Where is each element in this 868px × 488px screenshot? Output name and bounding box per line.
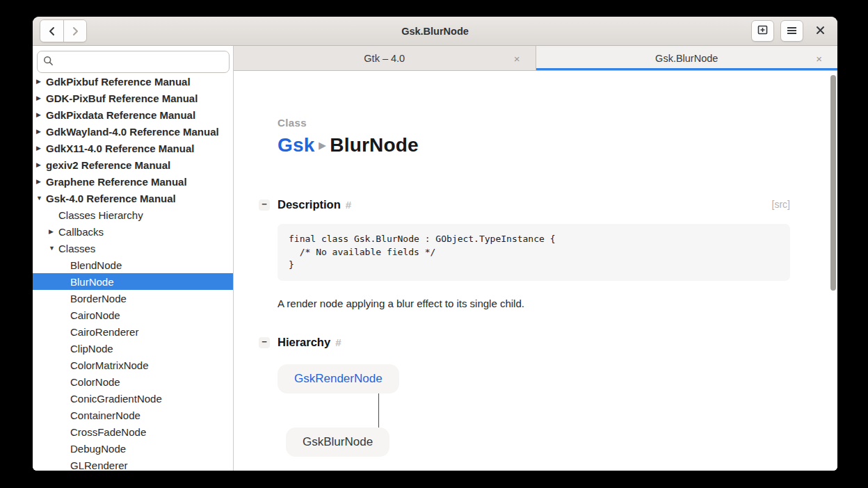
sidebar-item-graphene-reference-manual[interactable]: ▶Graphene Reference Manual: [33, 173, 233, 190]
vertical-scrollbar[interactable]: [830, 75, 836, 291]
sidebar-item-blendnode[interactable]: BlendNode: [33, 257, 233, 273]
sidebar-item-label: Gsk-4.0 Reference Manual: [46, 193, 176, 204]
sidebar-item-gdkpixbuf-reference-manual[interactable]: ▶GdkPixbuf Reference Manual: [33, 73, 233, 90]
sidebar-item-label: Classes Hierarchy: [58, 209, 143, 221]
tab-gtk-4-0[interactable]: Gtk – 4.0 ×: [234, 46, 536, 70]
section-title: Hierarchy: [278, 336, 330, 349]
hierarchy-connector: [378, 393, 379, 428]
search-input[interactable]: [54, 56, 223, 67]
expander-collapsed-icon[interactable]: ▶: [36, 145, 46, 152]
right-pane: Gtk – 4.0 × Gsk.BlurNode × Class Gsk▸Blu…: [234, 46, 837, 471]
class-name: BlurNode: [330, 134, 419, 156]
book-tree: ▶GdkPixbuf Reference Manual▶GDK-PixBuf R…: [33, 73, 233, 471]
anchor-link-icon[interactable]: #: [335, 336, 341, 348]
document-view: Class Gsk▸BlurNode − Description # [src]…: [234, 71, 837, 471]
tab-label: Gsk.BlurNode: [655, 53, 718, 64]
sidebar-item-blurnode[interactable]: BlurNode: [33, 273, 233, 290]
class-declaration-code: final class Gsk.BlurNode : GObject.TypeI…: [278, 224, 790, 281]
sidebar-item-clipnode[interactable]: ClipNode: [33, 340, 233, 357]
anchor-link-icon[interactable]: #: [346, 199, 351, 211]
sidebar-item-debugnode[interactable]: DebugNode: [33, 440, 233, 457]
sidebar-item-label: BlendNode: [70, 259, 122, 271]
titlebar-actions: [751, 20, 830, 42]
expander-collapsed-icon[interactable]: ▶: [36, 129, 46, 135]
page-title: Gsk▸BlurNode: [278, 134, 790, 156]
hierarchy-node-child: GskBlurNode: [286, 428, 389, 457]
collapse-toggle[interactable]: −: [259, 337, 270, 348]
description-text: A render node applying a blur effect to …: [278, 298, 790, 309]
src-link[interactable]: [src]: [772, 199, 790, 210]
new-tab-icon: [757, 24, 769, 38]
tab-close-icon[interactable]: ×: [816, 53, 822, 63]
sidebar-item-caironode[interactable]: CairoNode: [33, 307, 233, 323]
sidebar-item-label: CairoRenderer: [70, 326, 138, 338]
sidebar-item-gdkpixdata-reference-manual[interactable]: ▶GdkPixdata Reference Manual: [33, 106, 233, 123]
sidebar-item-label: GDK-PixBuf Reference Manual: [46, 92, 198, 104]
class-kicker: Class: [278, 117, 790, 129]
chevron-left-icon: [47, 26, 57, 36]
sidebar-item-crossfadenode[interactable]: CrossFadeNode: [33, 423, 233, 440]
sidebar-item-cairorenderer[interactable]: CairoRenderer: [33, 323, 233, 340]
sidebar-item-colormatrixnode[interactable]: ColorMatrixNode: [33, 357, 233, 373]
window-title: Gsk.BlurNode: [33, 26, 837, 37]
hierarchy-diagram: GskRenderNode GskBlurNode: [278, 364, 790, 457]
expander-collapsed-icon[interactable]: ▶: [36, 79, 46, 85]
collapse-toggle[interactable]: −: [259, 200, 270, 211]
parent-class-link[interactable]: GskRenderNode: [294, 372, 383, 385]
sidebar-item-conicgradientnode[interactable]: ConicGradientNode: [33, 390, 233, 407]
expander-collapsed-icon[interactable]: ▶: [49, 229, 58, 235]
tab-gsk-blurnode[interactable]: Gsk.BlurNode ×: [536, 46, 838, 70]
chevron-right-icon: [70, 26, 80, 36]
forward-button[interactable]: [63, 20, 86, 42]
sidebar-item-label: ContainerNode: [70, 409, 140, 421]
section-hierarchy: − Hierarchy # GskRenderNode GskBlurNode: [278, 336, 790, 457]
namespace-link[interactable]: Gsk: [278, 134, 315, 156]
expander-expanded-icon[interactable]: ▼: [36, 195, 46, 202]
sidebar-item-classes[interactable]: ▼Classes: [33, 240, 233, 257]
sidebar-item-label: GdkWayland-4.0 Reference Manual: [46, 126, 219, 138]
search-icon: [43, 56, 54, 69]
sidebar: ▶GdkPixbuf Reference Manual▶GDK-PixBuf R…: [33, 46, 234, 471]
sidebar-item-containernode[interactable]: ContainerNode: [33, 407, 233, 423]
tab-label: Gtk – 4.0: [364, 53, 405, 64]
expander-collapsed-icon[interactable]: ▶: [36, 112, 46, 118]
sidebar-item-label: Callbacks: [58, 226, 104, 238]
sidebar-item-label: ColorNode: [70, 376, 120, 388]
expander-collapsed-icon[interactable]: ▶: [36, 162, 46, 168]
breadcrumb-arrow-icon: ▸: [315, 138, 330, 152]
sidebar-item-label: GdkPixdata Reference Manual: [46, 109, 195, 121]
search-box[interactable]: [37, 51, 230, 73]
sidebar-item-glrenderer[interactable]: GLRenderer: [33, 457, 233, 471]
close-window-button[interactable]: [810, 21, 830, 42]
sidebar-item-label: DebugNode: [70, 443, 126, 455]
tab-bar: Gtk – 4.0 × Gsk.BlurNode ×: [234, 46, 837, 71]
sidebar-item-classes-hierarchy[interactable]: Classes Hierarchy: [33, 206, 233, 223]
tab-close-icon[interactable]: ×: [514, 53, 520, 63]
sidebar-item-label: ConicGradientNode: [70, 393, 162, 405]
expander-collapsed-icon[interactable]: ▶: [36, 95, 46, 101]
sidebar-item-label: GdkPixbuf Reference Manual: [46, 76, 191, 88]
back-button[interactable]: [40, 20, 63, 42]
sidebar-item-bordernode[interactable]: BorderNode: [33, 290, 233, 307]
main-area: ▶GdkPixbuf Reference Manual▶GDK-PixBuf R…: [33, 46, 837, 471]
sidebar-item-callbacks[interactable]: ▶Callbacks: [33, 223, 233, 240]
sidebar-item-label: ColorMatrixNode: [70, 359, 149, 371]
new-tab-button[interactable]: [751, 20, 774, 42]
sidebar-item-label: Graphene Reference Manual: [46, 176, 187, 188]
devhelp-window: Gsk.BlurNode: [33, 17, 837, 471]
sidebar-item-label: GLRenderer: [70, 459, 128, 471]
menu-button[interactable]: [780, 20, 803, 42]
expander-collapsed-icon[interactable]: ▶: [36, 179, 46, 185]
close-icon: [816, 25, 825, 38]
sidebar-item-gsk-4-0-reference-manual[interactable]: ▼Gsk-4.0 Reference Manual: [33, 190, 233, 206]
expander-expanded-icon[interactable]: ▼: [49, 245, 58, 252]
sidebar-item-gexiv2-reference-manual[interactable]: ▶gexiv2 Reference Manual: [33, 156, 233, 173]
sidebar-item-gdkwayland-4-0-reference-manual[interactable]: ▶GdkWayland-4.0 Reference Manual: [33, 123, 233, 140]
sidebar-item-colornode[interactable]: ColorNode: [33, 373, 233, 390]
titlebar: Gsk.BlurNode: [33, 17, 837, 46]
sidebar-item-label: CrossFadeNode: [70, 426, 146, 438]
sidebar-item-label: BorderNode: [70, 293, 127, 304]
sidebar-item-gdkx11-4-0-reference-manual[interactable]: ▶GdkX11-4.0 Reference Manual: [33, 140, 233, 156]
section-description: − Description # [src] final class Gsk.Bl…: [278, 198, 790, 309]
sidebar-item-gdk-pixbuf-reference-manual[interactable]: ▶GDK-PixBuf Reference Manual: [33, 90, 233, 106]
